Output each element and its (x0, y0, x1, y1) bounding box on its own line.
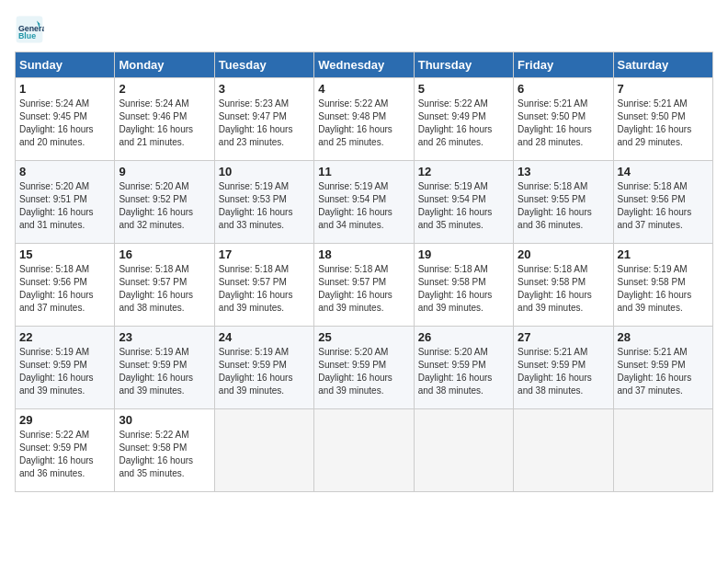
calendar-day-cell: 23Sunrise: 5:19 AM Sunset: 9:59 PM Dayli… (115, 327, 214, 409)
logo: General Blue (15, 15, 48, 44)
day-number: 5 (418, 82, 509, 96)
calendar-day-cell: 22Sunrise: 5:19 AM Sunset: 9:59 PM Dayli… (16, 327, 115, 409)
col-friday: Friday (514, 52, 613, 78)
day-number: 14 (618, 165, 709, 178)
calendar-day-cell: 4Sunrise: 5:22 AM Sunset: 9:48 PM Daylig… (314, 78, 414, 161)
day-info: Sunrise: 5:18 AM Sunset: 9:57 PM Dayligh… (219, 263, 310, 315)
day-info: Sunrise: 5:18 AM Sunset: 9:58 PM Dayligh… (518, 263, 609, 315)
calendar-day-cell (514, 409, 613, 492)
calendar-day-cell (314, 409, 414, 492)
calendar-week-row: 8Sunrise: 5:20 AM Sunset: 9:51 PM Daylig… (16, 161, 713, 244)
calendar-header-row: Sunday Monday Tuesday Wednesday Thursday… (16, 52, 713, 78)
day-info: Sunrise: 5:18 AM Sunset: 9:57 PM Dayligh… (318, 263, 409, 315)
calendar-day-cell: 20Sunrise: 5:18 AM Sunset: 9:58 PM Dayli… (514, 244, 613, 327)
calendar-day-cell: 8Sunrise: 5:20 AM Sunset: 9:51 PM Daylig… (16, 161, 115, 244)
calendar-day-cell: 29Sunrise: 5:22 AM Sunset: 9:59 PM Dayli… (16, 409, 115, 492)
day-number: 19 (418, 247, 509, 261)
calendar-day-cell: 2Sunrise: 5:24 AM Sunset: 9:46 PM Daylig… (115, 78, 214, 161)
calendar-day-cell: 5Sunrise: 5:22 AM Sunset: 9:49 PM Daylig… (414, 78, 513, 161)
calendar-day-cell: 25Sunrise: 5:20 AM Sunset: 9:59 PM Dayli… (314, 327, 414, 409)
col-tuesday: Tuesday (214, 52, 313, 78)
calendar-table: Sunday Monday Tuesday Wednesday Thursday… (15, 52, 713, 492)
calendar-day-cell: 17Sunrise: 5:18 AM Sunset: 9:57 PM Dayli… (214, 244, 313, 327)
day-info: Sunrise: 5:22 AM Sunset: 9:48 PM Dayligh… (318, 98, 409, 149)
day-info: Sunrise: 5:18 AM Sunset: 9:55 PM Dayligh… (518, 180, 609, 232)
day-info: Sunrise: 5:21 AM Sunset: 9:59 PM Dayligh… (618, 346, 709, 397)
day-info: Sunrise: 5:22 AM Sunset: 9:58 PM Dayligh… (119, 429, 210, 480)
day-number: 27 (518, 330, 609, 344)
calendar-day-cell: 7Sunrise: 5:21 AM Sunset: 9:50 PM Daylig… (613, 78, 712, 161)
day-info: Sunrise: 5:19 AM Sunset: 9:54 PM Dayligh… (318, 180, 409, 232)
day-number: 16 (119, 247, 210, 261)
day-info: Sunrise: 5:21 AM Sunset: 9:50 PM Dayligh… (618, 98, 709, 149)
day-number: 2 (119, 82, 210, 96)
calendar-day-cell: 14Sunrise: 5:18 AM Sunset: 9:56 PM Dayli… (613, 161, 712, 244)
day-number: 24 (219, 330, 310, 344)
day-number: 18 (318, 247, 409, 261)
calendar-day-cell (214, 409, 313, 492)
calendar-day-cell (414, 409, 513, 492)
calendar-day-cell: 16Sunrise: 5:18 AM Sunset: 9:57 PM Dayli… (115, 244, 214, 327)
day-number: 22 (19, 330, 110, 344)
calendar-week-row: 29Sunrise: 5:22 AM Sunset: 9:59 PM Dayli… (16, 409, 713, 492)
day-number: 20 (518, 247, 609, 261)
calendar-week-row: 15Sunrise: 5:18 AM Sunset: 9:56 PM Dayli… (16, 244, 713, 327)
day-number: 12 (418, 165, 509, 178)
day-number: 23 (119, 330, 210, 344)
day-info: Sunrise: 5:19 AM Sunset: 9:54 PM Dayligh… (418, 180, 509, 232)
day-info: Sunrise: 5:19 AM Sunset: 9:53 PM Dayligh… (219, 180, 310, 232)
day-info: Sunrise: 5:19 AM Sunset: 9:59 PM Dayligh… (119, 346, 210, 397)
calendar-day-cell: 30Sunrise: 5:22 AM Sunset: 9:58 PM Dayli… (115, 409, 214, 492)
day-number: 17 (219, 247, 310, 261)
col-monday: Monday (115, 52, 214, 78)
calendar-day-cell: 18Sunrise: 5:18 AM Sunset: 9:57 PM Dayli… (314, 244, 414, 327)
col-sunday: Sunday (16, 52, 115, 78)
page-header: General Blue (15, 15, 713, 44)
day-info: Sunrise: 5:24 AM Sunset: 9:45 PM Dayligh… (19, 98, 110, 149)
day-info: Sunrise: 5:24 AM Sunset: 9:46 PM Dayligh… (119, 98, 210, 149)
day-info: Sunrise: 5:20 AM Sunset: 9:52 PM Dayligh… (119, 180, 210, 232)
day-number: 30 (119, 413, 210, 427)
calendar-day-cell: 15Sunrise: 5:18 AM Sunset: 9:56 PM Dayli… (16, 244, 115, 327)
calendar-day-cell: 24Sunrise: 5:19 AM Sunset: 9:59 PM Dayli… (214, 327, 313, 409)
logo-icon: General Blue (15, 15, 44, 44)
calendar-day-cell: 28Sunrise: 5:21 AM Sunset: 9:59 PM Dayli… (613, 327, 712, 409)
day-info: Sunrise: 5:18 AM Sunset: 9:57 PM Dayligh… (119, 263, 210, 315)
day-number: 4 (318, 82, 409, 96)
calendar-week-row: 1Sunrise: 5:24 AM Sunset: 9:45 PM Daylig… (16, 78, 713, 161)
calendar-day-cell: 3Sunrise: 5:23 AM Sunset: 9:47 PM Daylig… (214, 78, 313, 161)
day-info: Sunrise: 5:18 AM Sunset: 9:56 PM Dayligh… (19, 263, 110, 315)
calendar-day-cell: 10Sunrise: 5:19 AM Sunset: 9:53 PM Dayli… (214, 161, 313, 244)
col-saturday: Saturday (613, 52, 712, 78)
day-number: 8 (19, 165, 110, 178)
day-number: 26 (418, 330, 509, 344)
day-info: Sunrise: 5:19 AM Sunset: 9:59 PM Dayligh… (219, 346, 310, 397)
day-number: 29 (19, 413, 110, 427)
calendar-day-cell: 27Sunrise: 5:21 AM Sunset: 9:59 PM Dayli… (514, 327, 613, 409)
calendar-day-cell: 6Sunrise: 5:21 AM Sunset: 9:50 PM Daylig… (514, 78, 613, 161)
day-number: 6 (518, 82, 609, 96)
day-info: Sunrise: 5:21 AM Sunset: 9:59 PM Dayligh… (518, 346, 609, 397)
day-info: Sunrise: 5:20 AM Sunset: 9:59 PM Dayligh… (418, 346, 509, 397)
day-number: 9 (119, 165, 210, 178)
day-info: Sunrise: 5:22 AM Sunset: 9:49 PM Dayligh… (418, 98, 509, 149)
day-info: Sunrise: 5:20 AM Sunset: 9:59 PM Dayligh… (318, 346, 409, 397)
day-number: 10 (219, 165, 310, 178)
day-info: Sunrise: 5:18 AM Sunset: 9:58 PM Dayligh… (418, 263, 509, 315)
day-info: Sunrise: 5:20 AM Sunset: 9:51 PM Dayligh… (19, 180, 110, 232)
calendar-day-cell: 13Sunrise: 5:18 AM Sunset: 9:55 PM Dayli… (514, 161, 613, 244)
day-number: 1 (19, 82, 110, 96)
day-number: 25 (318, 330, 409, 344)
day-info: Sunrise: 5:22 AM Sunset: 9:59 PM Dayligh… (19, 429, 110, 480)
day-number: 3 (219, 82, 310, 96)
day-info: Sunrise: 5:21 AM Sunset: 9:50 PM Dayligh… (518, 98, 609, 149)
calendar-day-cell: 19Sunrise: 5:18 AM Sunset: 9:58 PM Dayli… (414, 244, 513, 327)
day-number: 13 (518, 165, 609, 178)
day-info: Sunrise: 5:18 AM Sunset: 9:56 PM Dayligh… (618, 180, 709, 232)
day-info: Sunrise: 5:19 AM Sunset: 9:59 PM Dayligh… (19, 346, 110, 397)
calendar-day-cell: 1Sunrise: 5:24 AM Sunset: 9:45 PM Daylig… (16, 78, 115, 161)
day-number: 28 (618, 330, 709, 344)
calendar-day-cell: 26Sunrise: 5:20 AM Sunset: 9:59 PM Dayli… (414, 327, 513, 409)
calendar-day-cell: 12Sunrise: 5:19 AM Sunset: 9:54 PM Dayli… (414, 161, 513, 244)
day-number: 21 (618, 247, 709, 261)
